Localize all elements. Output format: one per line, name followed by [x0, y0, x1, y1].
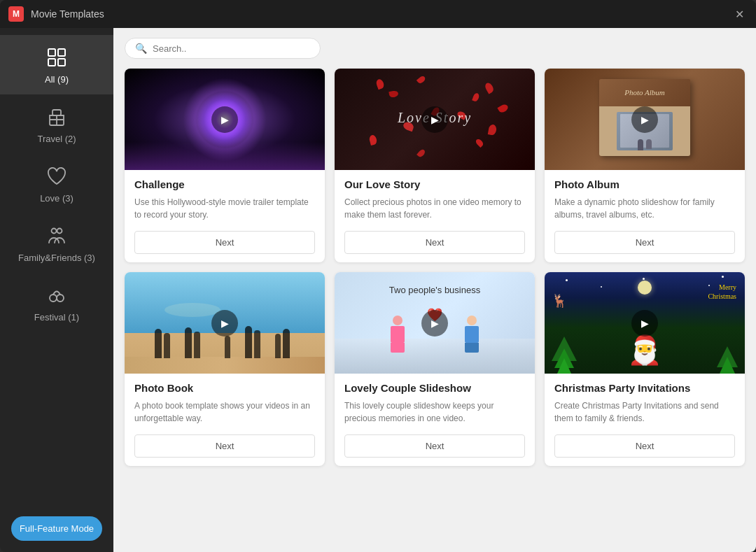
play-button-photobook[interactable]: ▶	[211, 310, 238, 337]
play-button-couple[interactable]: ▶	[421, 310, 448, 337]
love-icon	[44, 164, 69, 189]
templates-grid: ▶ Challenge Use this Hollywood-style mov…	[113, 66, 756, 552]
template-desc-challenge: Use this Hollywood-style movie trailer t…	[134, 196, 315, 224]
svg-rect-3	[58, 59, 65, 66]
template-name-lovestory: Our Love Story	[344, 178, 525, 190]
right-panel: 🔍 ▶ Challenge Use this Hollywo	[113, 28, 756, 552]
template-card-photoalbum: Photo Album	[545, 69, 745, 262]
sidebar: All (9) Travel (2)	[0, 28, 113, 552]
travel-icon	[44, 104, 69, 129]
app-logo: M	[8, 6, 24, 22]
sidebar-item-love[interactable]: Love (3)	[0, 154, 113, 213]
search-area: 🔍	[113, 28, 756, 66]
template-name-challenge: Challenge	[134, 178, 315, 190]
sidebar-item-festival[interactable]: Festival (1)	[0, 273, 113, 332]
main-content: All (9) Travel (2)	[0, 28, 756, 552]
template-name-couple: Lovely Couple Slideshow	[344, 382, 525, 394]
template-name-photobook: Photo Book	[134, 382, 315, 394]
search-input[interactable]	[153, 43, 293, 54]
sidebar-item-travel[interactable]: Travel (2)	[0, 94, 113, 154]
movie-templates-window: M Movie Templates ✕ All (9)	[0, 0, 756, 552]
template-desc-couple: This lovely couple slideshow keeps your …	[344, 399, 525, 427]
template-info-lovestory: Our Love Story Collect precious photos i…	[335, 170, 535, 224]
template-thumb-couple: Two people's business	[335, 272, 535, 374]
template-card-lovestory: Love Story ▶ Our Love Story Collect prec…	[335, 69, 535, 262]
template-thumb-christmas: 🎅 Merry Christmas 🦌 ▶	[545, 272, 745, 374]
template-info-christmas: Christmas Party Invitations Create Chris…	[545, 374, 745, 427]
family-icon	[44, 223, 69, 248]
template-card-photobook: ▶ Photo Book A photo book template shows…	[125, 272, 325, 466]
svg-point-9	[50, 295, 57, 302]
template-desc-photoalbum: Make a dynamic photo slideshow for famil…	[554, 196, 735, 224]
festival-icon	[44, 283, 69, 308]
template-desc-christmas: Create Christmas Party Invitations and s…	[554, 399, 735, 427]
template-name-photoalbum: Photo Album	[554, 178, 735, 190]
template-thumb-photobook: ▶	[125, 272, 325, 374]
play-button-christmas[interactable]: ▶	[631, 310, 658, 337]
template-thumb-photoalbum: Photo Album	[545, 69, 745, 170]
next-button-challenge[interactable]: Next	[134, 231, 315, 254]
play-button-challenge[interactable]: ▶	[211, 106, 238, 133]
svg-point-7	[52, 229, 57, 234]
next-button-lovestory[interactable]: Next	[344, 231, 525, 254]
svg-point-8	[57, 229, 62, 234]
play-button-photoalbum[interactable]: ▶	[631, 106, 658, 133]
template-info-couple: Lovely Couple Slideshow This lovely coup…	[335, 374, 535, 427]
template-thumb-lovestory: Love Story ▶	[335, 69, 535, 170]
grid-icon	[44, 45, 69, 70]
next-button-photoalbum[interactable]: Next	[554, 231, 735, 254]
window-title: Movie Templates	[31, 8, 731, 20]
template-info-photobook: Photo Book A photo book template shows y…	[125, 374, 325, 427]
sidebar-festival-label: Festival (1)	[34, 312, 79, 323]
svg-rect-4	[52, 110, 61, 115]
next-button-christmas[interactable]: Next	[554, 434, 735, 458]
template-info-challenge: Challenge Use this Hollywood-style movie…	[125, 170, 325, 224]
template-thumb-challenge: ▶	[125, 69, 325, 170]
svg-rect-0	[48, 49, 55, 56]
sidebar-item-family[interactable]: Family&Friends (3)	[0, 213, 113, 273]
template-card-couple: Two people's business	[335, 272, 535, 466]
full-feature-button[interactable]: Full-Feature Mode	[11, 516, 102, 541]
search-icon: 🔍	[135, 43, 147, 54]
template-info-photoalbum: Photo Album Make a dynamic photo slidesh…	[545, 170, 745, 224]
search-bar-container: 🔍	[125, 38, 321, 59]
titlebar: M Movie Templates ✕	[0, 0, 756, 28]
template-name-christmas: Christmas Party Invitations	[554, 382, 735, 394]
sidebar-all-label: All (9)	[45, 74, 69, 85]
close-button[interactable]: ✕	[731, 6, 748, 22]
sidebar-family-label: Family&Friends (3)	[18, 253, 95, 263]
sidebar-love-label: Love (3)	[40, 193, 74, 204]
svg-rect-2	[48, 59, 55, 66]
next-button-couple[interactable]: Next	[344, 434, 525, 458]
play-button-lovestory[interactable]: ▶	[421, 106, 448, 133]
template-desc-lovestory: Collect precious photos in one video mem…	[344, 196, 525, 224]
sidebar-travel-label: Travel (2)	[37, 134, 76, 144]
svg-rect-1	[58, 49, 65, 56]
template-desc-photobook: A photo book template shows your videos …	[134, 399, 315, 427]
sidebar-item-all[interactable]: All (9)	[0, 35, 113, 94]
template-card-christmas: 🎅 Merry Christmas 🦌 ▶ Christmas Party In…	[545, 272, 745, 466]
template-card-challenge: ▶ Challenge Use this Hollywood-style mov…	[125, 69, 325, 262]
next-button-photobook[interactable]: Next	[134, 434, 315, 458]
svg-point-10	[57, 295, 64, 302]
